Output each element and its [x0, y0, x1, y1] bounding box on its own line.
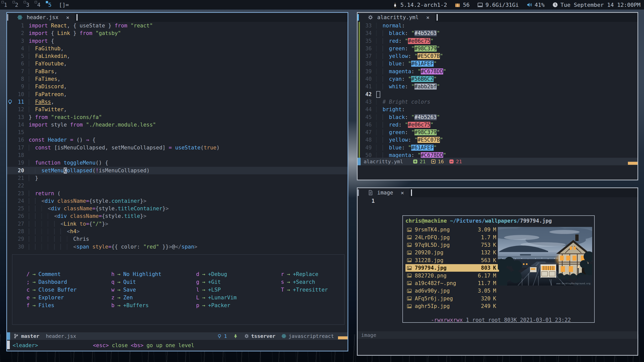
whichkey-entry[interactable]: T→+Treesitter [281, 286, 365, 294]
workspace-list: 12345 [0, 0, 55, 10]
workspace-indicator [2, 1, 4, 3]
pending-keys: <leader> [13, 342, 38, 348]
statusline-filename: image [361, 332, 376, 338]
tab-scroll-indicator [358, 189, 359, 196]
code-line: 23 return ( [7, 190, 348, 197]
close-icon[interactable]: × [66, 14, 69, 21]
whichkey-entry[interactable]: s→+Search [281, 278, 365, 286]
git-branch-icon [14, 334, 19, 339]
tab-header-jsx[interactable]: header.jsx × [7, 13, 75, 22]
tab-image[interactable]: image × [358, 188, 409, 197]
lightbulb-icon [217, 334, 222, 339]
code-line: 34 black: "#4b5263" [358, 29, 637, 37]
picture-icon [407, 289, 412, 293]
file-row[interactable]: AFq5r6j.jpeg320K [405, 295, 499, 302]
code-line: 7 FaBars, [7, 68, 348, 75]
file-row[interactable]: 799794.jpg803K [405, 264, 499, 272]
document-icon [368, 190, 373, 195]
workspace-tag-4[interactable]: 4 [33, 0, 44, 10]
file-row[interactable]: ad6v90y.jpg3.05M [405, 287, 499, 295]
cmdline [358, 339, 637, 355]
code-line: 17 const [isMenuCollapsed, setMenuCollap… [7, 144, 348, 151]
whichkey-entry[interactable]: c→Close Buffer [26, 286, 111, 294]
statusline: alacritty.yml 21 16 21 [358, 158, 637, 165]
file-row[interactable]: 20920.jpg132K [405, 249, 499, 256]
workspace-tag-1[interactable]: 1 [0, 0, 11, 10]
code-line: 30 <span style={{ color: "red" }}>@</spa… [7, 243, 348, 251]
git-added-count: 21 [420, 158, 426, 165]
whichkey-entry[interactable]: e→Explorer [26, 294, 111, 301]
image-preview: www.DesktopBackground.org [498, 227, 592, 286]
git-add-icon [413, 159, 418, 164]
status-segment: 9.6Gi/31Gi [477, 2, 519, 8]
whichkey-entry[interactable]: /→Comment [26, 270, 111, 278]
whichkey-entry[interactable]: r→+Replace [281, 270, 365, 278]
mode-indicator [358, 158, 361, 165]
whichkey-entry[interactable]: b→+Buffers [111, 301, 196, 309]
workspace-tag-2[interactable]: 2 [11, 0, 22, 10]
whichkey-entry[interactable]: q→Quit [111, 278, 196, 286]
layout-symbol[interactable]: []= [59, 2, 69, 8]
workspace-indicator [46, 1, 48, 3]
file-row[interactable]: 882720.png6.17M [405, 272, 499, 279]
whichkey-entry[interactable]: L→+LunarVim [196, 294, 281, 301]
code-line: 27 <Link to={"/"}> [7, 220, 348, 228]
file-row[interactable]: 31228.jpg563K [405, 257, 499, 264]
tab-title: image [377, 190, 393, 196]
file-meta: 1 root root 803K 2021-03-01 23:22 [463, 317, 571, 323]
memory-icon [477, 2, 483, 8]
close-icon[interactable]: × [426, 14, 429, 21]
whichkey-entry[interactable]: d→+Debug [196, 270, 281, 278]
status-segment: 5.14.2-arch1-2 [392, 2, 447, 8]
scrollbar-thumb[interactable] [338, 336, 348, 339]
treesitter-icon [233, 334, 238, 339]
whichkey-entry[interactable]: z→Zen [111, 294, 196, 301]
tab-scroll-indicator [7, 14, 8, 21]
code-line: 43 # Bright colors [358, 98, 637, 106]
code-line: 20 setMenuCollapsed(!isMenuCollapsed) [7, 167, 348, 174]
statusline: master header.jsx 1 tsserver javascriptr… [7, 332, 348, 340]
code-line: 41 white: "#abb2bf" [358, 83, 637, 90]
file-row[interactable]: 97q9L5D.jpg753K [405, 241, 499, 249]
workspace-tag-3[interactable]: 3 [22, 0, 33, 10]
cmdline-cursor-block [7, 341, 10, 349]
user-host: chris@machine [405, 218, 447, 226]
scrollbar-thumb[interactable] [628, 162, 637, 165]
git-remove-icon [449, 159, 454, 164]
status-segment: 56 [454, 2, 470, 8]
lf-file-manager: chris@machine ~/Pictures/wallpapers/7997… [402, 215, 595, 323]
whichkey-entry[interactable]: p→+Packer [196, 301, 281, 309]
code-buffer[interactable]: 33 normal:34 black: "#4b5263"35 red: "#e… [358, 22, 637, 158]
whichkey-popup: /→Comment;→Dashboardc→Close Buffere→Expl… [12, 254, 345, 325]
desktop: 12345 []= 5.14.2-arch1-2569.6Gi/31Gi41%T… [0, 0, 644, 362]
filetype-react-icon [281, 334, 286, 339]
file-permissions: -rwxrwxrwx [431, 317, 463, 323]
esc-key: <esc> [93, 342, 109, 348]
file-row[interactable]: a19c482f~.png11.7M [405, 279, 499, 287]
close-icon[interactable]: × [401, 190, 404, 196]
file-details: -rwxrwxrwx 1 root root 803K 2021-03-01 2… [405, 311, 592, 329]
tab-alacritty-yml[interactable]: alacritty.yml × [358, 13, 435, 22]
file-row[interactable]: 24LrDFQ.jpg1.7M [405, 233, 499, 241]
whichkey-entry[interactable]: w→Save [111, 286, 196, 294]
code-line: 38 blue: "#61AFEF" [358, 60, 637, 67]
lsp-server: tsserver [251, 333, 275, 339]
code-line: 1import React, { useState } from "react" [7, 22, 348, 29]
package-icon [454, 2, 461, 8]
picture-icon [407, 281, 412, 285]
picture-icon [407, 235, 412, 239]
file-row[interactable]: aghr5Ip.jpg249K [405, 302, 499, 310]
code-line: 14import style from "./header.module.les… [7, 121, 348, 129]
whichkey-entry[interactable]: h→No Highlight [111, 270, 196, 278]
code-line: 24 <div className={style.container}> [7, 197, 348, 205]
whichkey-entry[interactable]: f→Files [26, 301, 111, 309]
whichkey-entry[interactable]: g→+Git [196, 278, 281, 286]
whichkey-entry[interactable]: l→+LSP [196, 286, 281, 294]
git-removed-count: 21 [456, 158, 462, 165]
statusline-filename: header.jsx [46, 333, 76, 339]
code-line: 33 normal: [358, 22, 637, 29]
statusline: image [358, 331, 637, 339]
file-row[interactable]: 9rsmTK4.png3.09M [405, 226, 499, 233]
whichkey-entry[interactable]: ;→Dashboard [26, 278, 111, 286]
workspace-tag-5[interactable]: 5 [44, 0, 55, 10]
